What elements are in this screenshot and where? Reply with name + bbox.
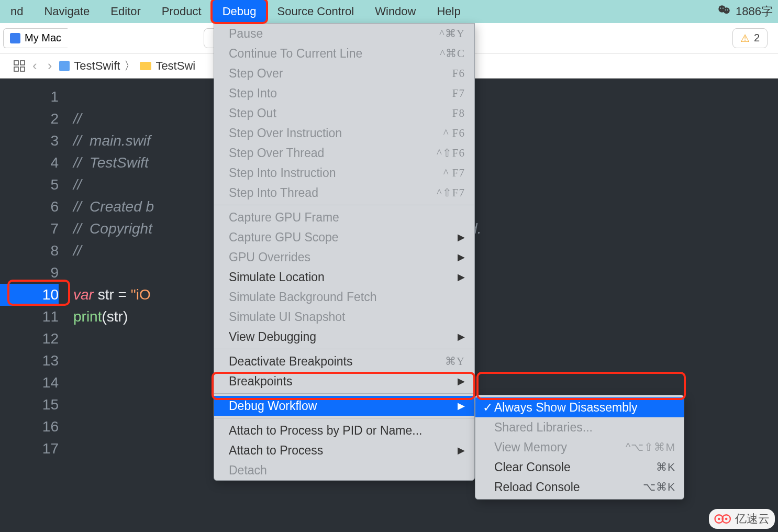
line-num[interactable]: 16 <box>0 416 59 438</box>
breadcrumb-sep: 〉 <box>124 58 136 74</box>
submenu-clear-console[interactable]: Clear Console⌘K <box>475 457 684 477</box>
menu-item-nd[interactable]: nd <box>0 0 34 23</box>
line-num[interactable]: 7 <box>0 218 59 240</box>
menu-attach-process[interactable]: Attach to Process▶ <box>214 440 474 460</box>
code-line: // Created b <box>73 198 154 215</box>
code-line: // Copyright <box>73 220 152 237</box>
menu-step-into-instruction: Step Into Instruction^ F7 <box>214 163 474 183</box>
menu-capture-gpu-frame: Capture GPU Frame <box>214 207 474 227</box>
code-line: // <box>73 242 82 259</box>
line-num[interactable]: 1 <box>0 86 59 108</box>
menu-continue-to-current-line: Continue To Current Line^⌘C <box>214 43 474 63</box>
code-token: var <box>73 286 94 303</box>
code-token: str <box>107 308 123 325</box>
menubar: nd Navigate Editor Product Debug Source … <box>0 0 778 23</box>
menu-step-into-thread: Step Into Thread^⇧F7 <box>214 183 474 203</box>
line-num[interactable]: 6 <box>0 196 59 218</box>
menu-sep <box>214 205 474 205</box>
menu-item-source-control[interactable]: Source Control <box>266 0 364 23</box>
code-token: "iO <box>131 286 151 303</box>
line-num[interactable]: 14 <box>0 372 59 394</box>
code-line: // main.swif <box>73 132 151 149</box>
menu-simulate-background-fetch: Simulate Background Fetch <box>214 287 474 307</box>
watermark-text: 亿速云 <box>735 511 770 527</box>
menu-step-over: Step OverF6 <box>214 63 474 83</box>
submenu-always-show-disassembly[interactable]: ✓Always Show Disassembly <box>475 397 684 417</box>
warnings-indicator[interactable]: ⚠ 2 <box>732 28 768 48</box>
svg-point-3 <box>723 8 724 9</box>
menu-simulate-ui-snapshot: Simulate UI Snapshot <box>214 307 474 327</box>
menu-simulate-location[interactable]: Simulate Location▶ <box>214 267 474 287</box>
line-num[interactable]: 4 <box>0 152 59 174</box>
check-icon: ✓ <box>483 401 494 415</box>
svg-point-13 <box>725 518 728 520</box>
menu-sep <box>214 349 474 349</box>
menu-pause: Pause^⌘Y <box>214 24 474 43</box>
menu-detach: Detach <box>214 460 474 480</box>
menu-deactivate-breakpoints[interactable]: Deactivate Breakpoints⌘Y <box>214 351 474 371</box>
code-token: = <box>118 286 131 303</box>
related-items-icon[interactable] <box>14 60 25 72</box>
run-target-selector[interactable]: My Mac <box>3 28 68 48</box>
mac-icon <box>10 33 20 43</box>
submenu-arrow-icon: ▶ <box>458 331 465 342</box>
submenu-arrow-icon: ▶ <box>458 271 465 283</box>
submenu-reload-console[interactable]: Reload Console⌥⌘K <box>475 477 684 497</box>
svg-rect-7 <box>20 61 25 65</box>
submenu-arrow-icon: ▶ <box>458 231 465 243</box>
nav-forward-icon[interactable]: › <box>45 58 55 74</box>
submenu-view-memory: View Memory^⌥⇧⌘M <box>475 437 684 457</box>
line-num[interactable]: 11 <box>0 306 59 328</box>
menu-step-over-instruction: Step Over Instruction^ F6 <box>214 123 474 143</box>
svg-rect-9 <box>20 67 25 71</box>
menu-step-out: Step OutF8 <box>214 103 474 123</box>
svg-point-12 <box>718 518 720 520</box>
menu-item-navigate[interactable]: Navigate <box>34 0 100 23</box>
menu-debug-workflow[interactable]: Debug Workflow▶ <box>214 396 474 416</box>
line-num[interactable]: 5 <box>0 174 59 196</box>
menu-breakpoints[interactable]: Breakpoints▶ <box>214 371 474 391</box>
code-token: ) <box>123 308 128 325</box>
line-gutter[interactable]: 1 2 3 4 5 6 7 8 9 10 11 12 13 14 15 16 1… <box>0 79 68 460</box>
line-num[interactable]: 17 <box>0 438 59 460</box>
svg-point-2 <box>720 8 721 9</box>
svg-point-5 <box>727 9 728 10</box>
menu-item-window[interactable]: Window <box>364 0 426 23</box>
code-line: // <box>73 176 82 193</box>
menu-step-into: Step IntoF7 <box>214 83 474 103</box>
wechat-icon[interactable] <box>718 4 730 19</box>
menubar-status-text: 1886字 <box>736 4 773 19</box>
breakpoint-line[interactable]: 10 <box>0 284 59 306</box>
submenu-arrow-icon: ▶ <box>458 400 465 412</box>
warning-count: 2 <box>754 32 760 44</box>
line-num[interactable]: 15 <box>0 394 59 416</box>
submenu-arrow-icon: ▶ <box>458 445 465 456</box>
submenu-arrow-icon: ▶ <box>458 375 465 387</box>
code-line: // <box>73 110 82 127</box>
svg-rect-8 <box>14 67 18 71</box>
menu-view-debugging[interactable]: View Debugging▶ <box>214 327 474 347</box>
debug-menu: Pause^⌘Y Continue To Current Line^⌘C Ste… <box>214 23 475 481</box>
menu-item-editor[interactable]: Editor <box>100 0 151 23</box>
submenu-shared-libraries: Shared Libraries... <box>475 417 684 437</box>
menu-sep <box>214 393 474 394</box>
line-num[interactable]: 12 <box>0 328 59 350</box>
breadcrumb-project[interactable]: TestSwift <box>74 59 120 73</box>
code-token: str <box>94 286 118 303</box>
line-num[interactable]: 13 <box>0 350 59 372</box>
menu-item-product[interactable]: Product <box>151 0 212 23</box>
line-num[interactable]: 8 <box>0 240 59 262</box>
run-target-label: My Mac <box>25 32 61 44</box>
line-num[interactable]: 3 <box>0 130 59 152</box>
line-num[interactable]: 9 <box>0 262 59 284</box>
line-num[interactable]: 2 <box>0 108 59 130</box>
svg-point-1 <box>724 7 730 14</box>
submenu-arrow-icon: ▶ <box>458 251 465 263</box>
nav-back-icon[interactable]: ‹ <box>29 58 40 74</box>
menu-attach-pid[interactable]: Attach to Process by PID or Name... <box>214 420 474 440</box>
menu-item-help[interactable]: Help <box>426 0 471 23</box>
menu-capture-gpu-scope: Capture GPU Scope▶ <box>214 227 474 247</box>
breadcrumb-folder[interactable]: TestSwi <box>155 59 195 73</box>
code-token: ( <box>102 308 106 325</box>
menu-item-debug[interactable]: Debug <box>212 0 267 23</box>
